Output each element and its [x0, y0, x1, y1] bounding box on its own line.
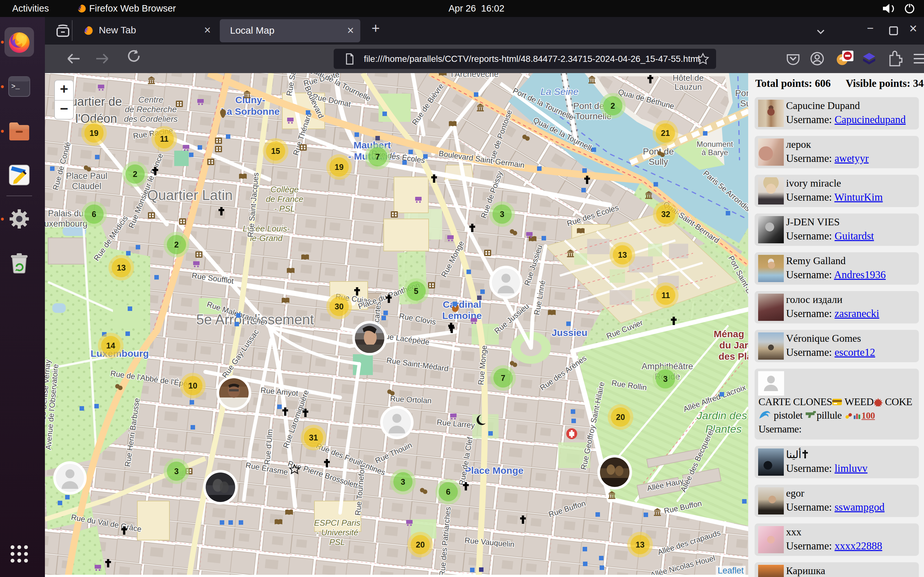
svg-text:l'Archevêché: l'Archevêché: [451, 73, 499, 79]
svg-text:>_: >_: [11, 83, 20, 91]
svg-text:13: 13: [117, 263, 126, 272]
svg-text:Sully: Sully: [649, 157, 668, 167]
svg-text:2: 2: [174, 240, 179, 249]
svg-text:Pont: Pont: [735, 88, 748, 98]
svg-text:Quartier Latin: Quartier Latin: [147, 187, 233, 203]
svg-text:Lauzun: Lauzun: [674, 82, 702, 92]
svg-text:à Barye: à Barye: [702, 148, 728, 157]
svg-text:7: 7: [375, 152, 380, 161]
svg-text:13: 13: [636, 540, 645, 549]
svg-text:6: 6: [446, 487, 451, 496]
svg-text:13: 13: [618, 250, 627, 259]
svg-text:5: 5: [414, 287, 418, 295]
svg-text:Place Monge: Place Monge: [465, 465, 523, 476]
svg-text:Palais du: Palais du: [48, 209, 83, 218]
svg-text:3: 3: [663, 374, 668, 384]
svg-text:Claudel: Claudel: [72, 181, 102, 191]
svg-text:21: 21: [661, 129, 670, 137]
svg-text:Collège: Collège: [270, 185, 299, 194]
svg-text:15: 15: [271, 147, 280, 155]
svg-text:2: 2: [133, 169, 137, 179]
svg-text:14: 14: [106, 341, 115, 350]
svg-text:Jussieu: Jussieu: [551, 327, 588, 338]
svg-text:31: 31: [309, 433, 318, 442]
svg-text:uxembourg: uxembourg: [45, 219, 87, 229]
svg-text:Jardin des: Jardin des: [696, 409, 747, 422]
svg-text:du Jar: du Jar: [719, 340, 748, 350]
svg-text:3: 3: [174, 467, 179, 476]
svg-text:32: 32: [661, 210, 670, 219]
svg-text:Monument: Monument: [696, 140, 733, 148]
svg-text:19: 19: [89, 129, 99, 137]
svg-text:30: 30: [334, 302, 344, 311]
svg-text:7: 7: [501, 374, 505, 382]
svg-text:de Recherche: de Recherche: [125, 105, 177, 114]
svg-text:Cluny-: Cluny-: [235, 95, 265, 105]
svg-text:3: 3: [401, 477, 405, 486]
svg-text:des Pla: des Pla: [718, 351, 748, 362]
svg-text:19: 19: [334, 163, 344, 171]
svg-text:La Sorbonne: La Sorbonne: [221, 106, 279, 117]
svg-text:Hôtel de: Hôtel de: [673, 73, 704, 83]
svg-text:6: 6: [92, 210, 96, 219]
svg-text:uartier de: uartier de: [71, 95, 122, 108]
svg-text:Cardinal: Cardinal: [443, 299, 481, 309]
svg-text:- PSL: - PSL: [274, 204, 295, 213]
svg-text:2: 2: [611, 101, 615, 110]
svg-text:10: 10: [188, 381, 197, 390]
svg-text:20: 20: [616, 413, 625, 422]
svg-text:20: 20: [416, 540, 425, 549]
svg-text:des Cordeliers: des Cordeliers: [124, 114, 178, 124]
svg-text:Centre: Centre: [138, 95, 163, 105]
svg-text:La Seine: La Seine: [541, 86, 578, 97]
svg-text:Sull: Sull: [740, 98, 748, 108]
svg-text:3: 3: [500, 210, 504, 219]
svg-text:ESPCI Paris: ESPCI Paris: [314, 518, 360, 528]
svg-text:- Université: - Université: [316, 528, 358, 537]
svg-text:PSL: PSL: [329, 537, 345, 547]
svg-text:Ménag: Ménag: [714, 329, 744, 339]
svg-text:Pont de: Pont de: [573, 101, 604, 111]
svg-text:11: 11: [662, 291, 670, 300]
svg-text:le-Grand: le-Grand: [250, 234, 283, 243]
svg-text:Place Paul: Place Paul: [66, 171, 107, 181]
svg-text:de France: de France: [266, 194, 303, 204]
svg-text:11: 11: [160, 134, 169, 143]
